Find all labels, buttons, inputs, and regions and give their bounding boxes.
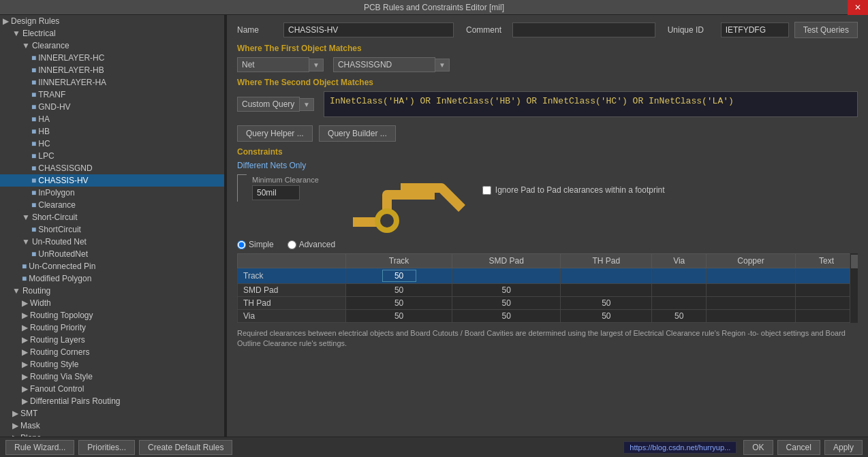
comment-input[interactable] (512, 22, 655, 37)
tree-item-routing-via-style[interactable]: ▶ Routing Via Style (0, 371, 224, 383)
rule-icon: ■ (22, 262, 27, 271)
tree-item-routing-corners[interactable]: ▶ Routing Corners (0, 346, 224, 358)
tree-item-differential-pairs[interactable]: ▶ Differential Pairs Routing (0, 395, 224, 407)
first-value-arrow[interactable]: ▼ (435, 59, 450, 72)
tree-item-gnd-hv[interactable]: ■ GND-HV (0, 101, 224, 113)
query-textarea[interactable]: InNetClass('HA') OR InNetClass('HB') OR … (324, 91, 858, 117)
min-clearance-row: Minimum Clearance (237, 174, 319, 202)
tree-item-label: CHASSISGND (38, 163, 92, 173)
unique-id-input[interactable] (721, 22, 789, 37)
first-type-dropdown[interactable]: Net Net Class Layer Custom Query (237, 57, 309, 72)
tree-item-label: ShortCircuit (38, 225, 81, 234)
advanced-radio-label[interactable]: Advanced (288, 240, 335, 249)
tree-item-routing-topology[interactable]: ▶ Routing Topology (0, 309, 224, 321)
first-value-dropdown[interactable]: CHASSISGND GND (333, 57, 435, 72)
cancel-button[interactable]: Cancel (777, 440, 820, 455)
table-scrollbar[interactable] (850, 253, 858, 323)
tree-item-chassisgnd[interactable]: ■ CHASSISGND (0, 162, 224, 174)
tree-item-short-circuit[interactable]: ▼ Short-Circuit (0, 211, 224, 223)
first-value-dropdown-container: CHASSISGND GND ▼ (333, 57, 450, 72)
tree-item-label: Routing Via Style (30, 372, 93, 381)
ignore-pad-checkbox[interactable] (482, 186, 491, 195)
tree-item-label: Differential Pairs Routing (30, 396, 121, 406)
tree-item-label: INNERLAYER-HC (38, 53, 104, 63)
tree-item-fanout-control[interactable]: ▶ Fanout Control (0, 383, 224, 395)
cell-value (652, 297, 706, 310)
ignore-pad-label[interactable]: Ignore Pad to Pad clearances within a fo… (495, 185, 665, 195)
tree-item-clearance[interactable]: ▼ Clearance (0, 40, 224, 52)
tree-item-routing-layers[interactable]: ▶ Routing Layers (0, 334, 224, 346)
cell-value: 50 (561, 297, 652, 310)
footer-note: Required clearances between electrical o… (237, 328, 858, 349)
tree-item-un-connected-pin[interactable]: ■ Un-Connected Pin (0, 260, 224, 272)
rule-wizard-button[interactable]: Rule Wizard... (5, 440, 74, 455)
constraints-section: Constraints Different Nets Only Minimum … (237, 147, 858, 349)
tree-item-design-rules[interactable]: ▶ Design Rules (0, 15, 224, 27)
tree-item-unroutednet[interactable]: ■ UnRoutedNet (0, 248, 224, 260)
first-type-arrow[interactable]: ▼ (309, 59, 324, 72)
tree-item-chassis-hv[interactable]: ■ CHASSIS-HV (0, 174, 224, 187)
tree-item-clearance2[interactable]: ■ Clearance (0, 199, 224, 211)
name-input[interactable] (283, 22, 454, 37)
rule-icon: ■ (31, 78, 36, 87)
folder-icon: ▼ (12, 286, 20, 296)
second-type-dropdown[interactable]: Custom Query Net Net Class (237, 97, 300, 112)
tree-item-ha[interactable]: ■ HA (0, 113, 224, 125)
tree-item-innerlayer-hb[interactable]: ■ INNERLAYER-HB (0, 64, 224, 76)
rule-icon: ■ (31, 65, 36, 75)
folder-icon: ▶ (22, 335, 28, 345)
first-match-row: Net Net Class Layer Custom Query ▼ CHASS… (237, 57, 858, 72)
th-text: Text (796, 254, 858, 268)
left-panel: ▶ Design Rules▼ Electrical▼ Clearance■ I… (0, 15, 225, 437)
tree-item-width[interactable]: ▶ Width (0, 297, 224, 309)
tree-item-label: Electrical (22, 29, 56, 38)
tree-item-un-routed-net[interactable]: ▼ Un-Routed Net (0, 236, 224, 248)
tree-item-shortcircuit[interactable]: ■ ShortCircuit (0, 223, 224, 236)
tree-item-routing[interactable]: ▼ Routing (0, 285, 224, 297)
cell-value (652, 284, 706, 297)
tree-item-modified-polygon[interactable]: ■ Modified Polygon (0, 272, 224, 285)
table-row: SMD Pad5050 (238, 284, 858, 297)
cell-value (706, 284, 795, 297)
simple-radio[interactable] (237, 240, 246, 249)
folder-icon: ▶ (22, 384, 28, 394)
tree-item-routing-priority[interactable]: ▶ Routing Priority (0, 321, 224, 334)
tree-item-hc[interactable]: ■ HC (0, 138, 224, 150)
simple-radio-label[interactable]: Simple (237, 240, 274, 249)
tree-item-tranf[interactable]: ■ TRANF (0, 89, 224, 101)
scrollbar-thumb[interactable] (851, 255, 858, 268)
row-label: TH Pad (238, 297, 346, 310)
rule-icon: ■ (22, 274, 27, 283)
tree-item-plane[interactable]: ▶ Plane (0, 432, 224, 437)
query-helper-button[interactable]: Query Helper ... (237, 125, 313, 142)
advanced-radio[interactable] (288, 240, 296, 249)
tree-item-iinnerlayer-ha[interactable]: ■ IINNERLAYER-HA (0, 76, 224, 89)
second-match-header: Where The Second Object Matches (237, 78, 858, 87)
header-row: Name Comment Unique ID Test Queries (237, 22, 858, 38)
apply-button[interactable]: Apply (824, 440, 863, 455)
test-queries-button[interactable]: Test Queries (794, 22, 858, 38)
cell-input[interactable] (382, 270, 416, 282)
folder-icon: ▶ (22, 372, 28, 381)
th-via: Via (652, 254, 706, 268)
tree-item-electrical[interactable]: ▼ Electrical (0, 27, 224, 40)
create-default-rules-button[interactable]: Create Default Rules (139, 440, 232, 455)
query-builder-button[interactable]: Query Builder ... (319, 125, 396, 142)
close-button[interactable]: ✕ (848, 0, 868, 15)
tree-item-lpc[interactable]: ■ LPC (0, 150, 224, 162)
tree-item-smt[interactable]: ▶ SMT (0, 407, 224, 420)
tree-item-label: Mask (20, 421, 40, 430)
right-panel: Name Comment Unique ID Test Queries Wher… (227, 15, 868, 437)
second-type-arrow[interactable]: ▼ (300, 98, 314, 111)
status-url: https://blog.csdn.net/hurryup... (623, 441, 737, 454)
tree-item-mask[interactable]: ▶ Mask (0, 420, 224, 432)
tree-item-routing-style[interactable]: ▶ Routing Style (0, 358, 224, 371)
tree-item-innerlayer-hc[interactable]: ■ INNERLAYER-HC (0, 52, 224, 64)
th-smdpad: SMD Pad (452, 254, 561, 268)
folder-icon: ▶ (22, 347, 28, 357)
tree-item-hb[interactable]: ■ HB (0, 125, 224, 138)
priorities-button[interactable]: Priorities... (78, 440, 135, 455)
ok-button[interactable]: OK (743, 440, 773, 455)
tree-item-inpolygon[interactable]: ■ InPolygon (0, 187, 224, 199)
min-clearance-input[interactable] (252, 185, 300, 200)
